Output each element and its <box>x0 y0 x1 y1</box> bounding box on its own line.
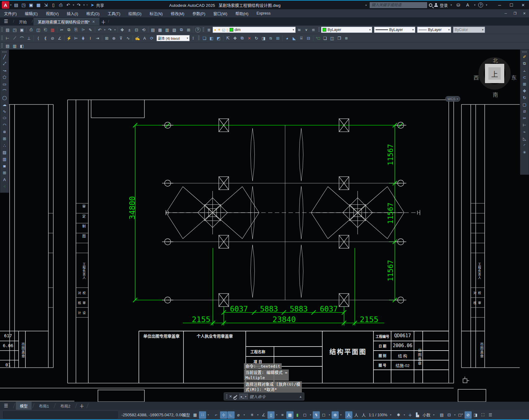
dim-radius-icon[interactable]: ⟨ <box>35 35 42 42</box>
cart-icon[interactable]: ⛁ <box>455 2 462 8</box>
layer-viewport-freeze-icon[interactable]: ◱ <box>222 28 225 32</box>
menu-format[interactable]: 格式(O) <box>82 9 104 17</box>
lineweight-display-icon[interactable]: ≡ <box>279 411 286 419</box>
transparency-icon[interactable]: ▩ <box>286 411 293 419</box>
tool-palettes-icon[interactable]: ▥ <box>164 26 171 33</box>
current-color-name[interactable]: ByLayer <box>328 28 341 32</box>
3d-move-icon[interactable]: ✥ <box>231 35 239 42</box>
layer-unlock-icon[interactable]: ▯ <box>227 28 228 32</box>
lineweight-dropdown-chevron-icon[interactable]: ▾ <box>448 28 450 31</box>
open-icon[interactable]: ◳ <box>11 26 18 33</box>
new-layout-icon[interactable]: ＋ <box>78 402 86 409</box>
linetype-control-dropdown[interactable]: ByLayer ▾ <box>374 27 415 33</box>
command-customize-wrench-icon[interactable] <box>234 395 237 398</box>
tab-layout1[interactable]: 布局1 <box>35 402 53 410</box>
3d-delete-icon[interactable]: ✕ <box>246 35 253 42</box>
chamfer-edge-icon[interactable]: ◣ <box>291 35 298 42</box>
window-minimize-button[interactable]: ─ <box>494 1 505 9</box>
solid-subtract-icon[interactable]: ◧ <box>208 35 215 42</box>
linetype-dropdown-chevron-icon[interactable]: ▾ <box>412 28 414 31</box>
export-icon[interactable]: ⇲ <box>42 2 50 8</box>
current-layer-name[interactable]: dim <box>235 28 240 32</box>
menu-draw[interactable]: 绘图(D) <box>124 9 145 17</box>
circle-tool-icon[interactable]: ◯ <box>1 94 8 101</box>
share-plane-icon[interactable]: ➤ <box>89 2 96 8</box>
3d-mirror-icon[interactable]: ◨ <box>260 35 267 42</box>
menu-insert[interactable]: 插入(I) <box>63 9 82 17</box>
raster-image-icon[interactable]: ▤ <box>4 42 11 49</box>
attach-icon[interactable]: ▥ <box>11 42 18 49</box>
new-icon[interactable]: ▤ <box>4 26 11 33</box>
scale-chevron-icon[interactable]: ▾ <box>389 411 393 419</box>
dim-continue-icon[interactable]: ⋕ <box>80 35 87 42</box>
autoscale-icon[interactable]: 人 <box>353 411 360 419</box>
dim-edit-icon[interactable]: ✍ <box>134 35 141 42</box>
redo-icon[interactable]: ↷ <box>106 26 113 33</box>
undo-icon[interactable]: ↶ <box>96 26 103 33</box>
viewcube[interactable]: 北 南 西 东 上 <box>476 56 514 97</box>
current-plotstyle[interactable]: ByColor <box>455 28 468 32</box>
sheet-set-icon[interactable]: ▧ <box>171 26 178 33</box>
snap-toggle-icon[interactable]: ∷ <box>199 411 206 419</box>
dim-baseline-icon[interactable]: ⊨ <box>73 35 80 42</box>
object-snap-icon[interactable]: ▯ <box>267 411 275 419</box>
insert-block-tool-icon[interactable]: ⧇ <box>1 128 8 135</box>
extend-tool-icon[interactable]: ⊢ <box>521 122 528 128</box>
thicken-icon[interactable]: ❏ <box>321 35 328 42</box>
layer-control-dropdown[interactable]: ● ☀ ◱ ▯ dim ▾ <box>213 27 296 33</box>
arc-tool-icon[interactable]: ⌒ <box>1 87 8 94</box>
menu-parametric[interactable]: 参数(P) <box>188 9 209 17</box>
polyline-tool-icon[interactable]: ↝ <box>1 67 8 74</box>
shell-icon[interactable]: ⌸ <box>298 35 305 42</box>
menu-help[interactable]: 帮助(H) <box>231 9 252 17</box>
app-store-chevron-icon[interactable]: ▾ <box>473 3 476 7</box>
color-control-dropdown[interactable]: ByLayer ▾ <box>321 27 372 33</box>
help-icon[interactable]: ? <box>478 2 483 7</box>
point-style-tool-icon[interactable]: ⁖ <box>1 183 8 190</box>
osnap-chevron-icon[interactable]: ▾ <box>256 411 260 419</box>
wcs-badge[interactable]: WCS▾ <box>445 96 460 102</box>
command-expand-icon[interactable]: ▲ <box>299 395 302 398</box>
dim-aligned-icon[interactable]: ⟋ <box>11 35 18 42</box>
region-tool-icon[interactable]: ◙ <box>1 162 8 169</box>
doc-minimize-button[interactable]: ─ <box>501 10 510 17</box>
dim-linear-icon[interactable]: ⊢ <box>4 35 11 42</box>
dim-jogged-icon[interactable]: ⟪ <box>42 35 49 42</box>
3dosnap-chevron-icon[interactable]: ▾ <box>309 411 312 419</box>
move-tool-icon[interactable]: ✥ <box>521 87 528 94</box>
polygon-tool-icon[interactable]: ⬠ <box>1 74 8 81</box>
command-bar-grip[interactable] <box>226 394 227 399</box>
clean-screen-prep-icon[interactable]: ◨ <box>472 411 479 419</box>
dim-ordinate-icon[interactable]: ⊥ <box>25 35 33 42</box>
gradient-tool-icon[interactable]: ▥ <box>1 156 8 162</box>
annotation-visibility-icon[interactable]: 人 <box>345 411 352 419</box>
solid-union-icon[interactable]: ❏ <box>201 35 208 42</box>
xline-tool-icon[interactable]: ⤢ <box>1 60 8 67</box>
command-recent-chevron-icon[interactable]: ▾ <box>245 395 246 398</box>
extract-edges-icon[interactable]: ⧈ <box>343 35 350 42</box>
stretch-tool-icon[interactable]: ⧄ <box>521 108 528 115</box>
copy-tool-icon[interactable]: ⧉ <box>521 60 528 67</box>
gizmo-chevron-icon[interactable]: ▾ <box>339 411 343 419</box>
properties-palette-icon[interactable]: ▤ <box>149 26 156 33</box>
zoom-realtime-icon[interactable]: ± <box>126 26 133 33</box>
tab-drawing[interactable]: 某剧场索膜工程钢结构设计图* ✕ <box>33 18 99 25</box>
save-icon[interactable]: ▣ <box>18 26 25 33</box>
selection-cycling-icon[interactable]: ▮ <box>294 411 301 419</box>
snap-chevron-icon[interactable]: ▾ <box>206 411 210 419</box>
app-menu-chevron-icon[interactable]: ▾ <box>9 3 12 7</box>
workspace-chevron-icon[interactable]: ▾ <box>403 411 406 419</box>
viewcube-east-label[interactable]: 东 <box>511 73 517 81</box>
layout-menu-icon[interactable]: ☰ <box>0 402 12 410</box>
drawing-canvas[interactable]: 34800 11567 11567 11567 6037 5883 5883 6… <box>0 50 529 402</box>
open-folder-icon[interactable]: ◳ <box>20 2 27 8</box>
revcloud-tool-icon[interactable]: ☁ <box>1 101 8 108</box>
dim-center-mark-icon[interactable]: ⊕ <box>110 35 117 42</box>
help-chevron-icon[interactable]: ▾ <box>485 3 488 7</box>
tab-menu-icon[interactable]: ☰ <box>0 17 12 25</box>
infer-constraints-icon[interactable]: ⌐ <box>213 411 220 419</box>
tab-model[interactable]: 模型 <box>16 402 32 410</box>
hardware-acceleration-icon[interactable]: ⊘ <box>465 411 472 419</box>
object-snap-chevron-icon[interactable]: ▾ <box>275 411 279 419</box>
publish-icon[interactable]: ⎗ <box>42 26 49 33</box>
